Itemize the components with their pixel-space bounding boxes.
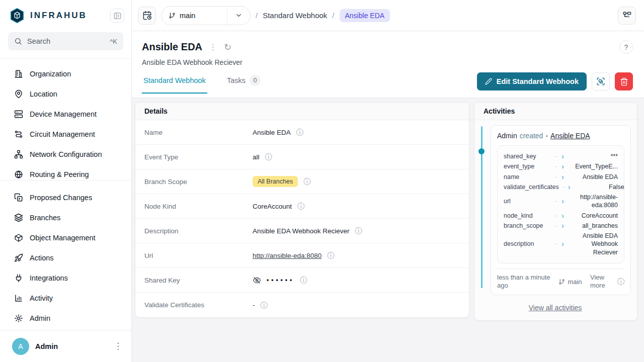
detail-row-description: Description Ansible EDA Webhook Reciever… (135, 219, 469, 243)
tasks-count-badge: 0 (250, 75, 261, 86)
branch-scope-badge: All Branches (253, 176, 298, 187)
info-icon[interactable]: ⓘ (296, 129, 303, 136)
chevron-down-icon (235, 12, 243, 19)
detail-value: Ansible EDA Webhook Reciever (253, 227, 350, 235)
breadcrumb-parent[interactable]: Standard Webhook (263, 11, 327, 20)
sidebar-item-branches[interactable]: Branches (0, 208, 131, 228)
chevron-right-icon: › (561, 222, 564, 229)
sidebar-item-label: Admin (30, 314, 50, 322)
activity-separator: - (545, 132, 548, 140)
tab-tasks[interactable]: Tasks 0 (225, 75, 262, 95)
detail-row-url: Url http://ansible-eda:8080ⓘ (135, 243, 469, 268)
detail-row-shared-key: Shared Key •••••• ⓘ (135, 268, 469, 293)
timeline-dot (478, 148, 485, 154)
activity-timestamp: less than a minute ago (497, 274, 550, 290)
sidebar-item-object-management[interactable]: Object Management (0, 228, 131, 248)
panel-collapse-icon (113, 12, 122, 20)
sidebar-item-network-configuration[interactable]: Network Configuration (0, 144, 131, 164)
sidebar-item-organization[interactable]: Organization (0, 64, 131, 84)
gear-icon (14, 314, 23, 323)
title-kebab-menu-icon[interactable]: ⋮ (209, 43, 217, 52)
detail-row-node-kind: Node Kind CoreAccountⓘ (135, 194, 469, 219)
sidebar-item-label: Routing & Peering (30, 170, 89, 178)
diff-icon (14, 193, 23, 202)
help-button[interactable]: ? (619, 40, 633, 54)
nav-primary: Organization Location Device Management … (0, 59, 131, 180)
route-icon (14, 130, 23, 139)
info-icon[interactable]: ⓘ (297, 203, 304, 210)
url-link[interactable]: http://ansible-eda:8080 (253, 252, 321, 259)
sidebar-item-activity[interactable]: Activity (0, 288, 131, 308)
breadcrumb-current-badge[interactable]: Ansible EDA (340, 9, 390, 22)
plug-icon (14, 274, 23, 283)
refresh-icon[interactable]: ↻ (224, 43, 231, 52)
detail-value: - (253, 301, 255, 309)
detail-value: Ansible EDA (253, 129, 291, 136)
activities-title: Activities (474, 103, 637, 120)
server-icon (14, 110, 23, 119)
sidebar: INFRAHUB Search ^K Organization Location… (0, 0, 132, 362)
view-all-activities-link[interactable]: View all activities (529, 304, 582, 312)
sidebar-item-circuit-management[interactable]: Circuit Management (0, 124, 131, 144)
view-more-link[interactable]: View more (590, 274, 613, 290)
chevron-right-icon: › (561, 198, 564, 205)
change-row: shared_key-›*** (504, 152, 618, 160)
detail-value: CoreAccount (253, 203, 292, 210)
page-title: Ansible EDA (142, 41, 202, 53)
brand-header: INFRAHUB (0, 0, 131, 31)
branch-selector[interactable]: main (161, 6, 251, 25)
info-icon[interactable]: ⓘ (303, 178, 310, 185)
info-icon[interactable]: ⓘ (261, 302, 268, 309)
avatar: A (12, 338, 29, 355)
content-area: Details Name Ansible EDAⓘ Event Type all… (132, 98, 644, 362)
sidebar-item-label: Actions (30, 254, 54, 262)
git-branch-icon (169, 12, 176, 19)
chevron-right-icon: › (561, 173, 564, 180)
sidebar-item-admin[interactable]: Admin (0, 308, 131, 328)
detail-row-branch-scope: Branch Scope All Branchesⓘ (135, 169, 469, 194)
sidebar-item-proposed-changes[interactable]: Proposed Changes (0, 188, 131, 208)
search-input[interactable]: Search ^K (8, 32, 123, 50)
info-icon[interactable]: ⓘ (355, 227, 362, 234)
info-icon[interactable]: ⓘ (617, 278, 624, 285)
branch-dropdown-toggle[interactable] (227, 7, 250, 25)
breadcrumb-separator: / (256, 11, 258, 20)
schema-button[interactable] (618, 7, 636, 25)
manage-groups-button[interactable] (592, 72, 610, 90)
page-subtitle: Ansible EDA Webhook Reciever (142, 58, 633, 66)
tab-standard-webhook[interactable]: Standard Webhook (142, 76, 207, 94)
detail-row-event-type: Event Type allⓘ (135, 145, 469, 169)
pencil-icon (485, 78, 492, 85)
info-icon[interactable]: ⓘ (327, 252, 334, 259)
edit-button[interactable]: Edit Standard Webhook (477, 72, 587, 90)
sidebar-item-routing-peering[interactable]: Routing & Peering (0, 164, 131, 180)
tabs: Standard Webhook Tasks 0 Edit Standard W… (142, 72, 633, 98)
delete-button[interactable] (615, 72, 633, 90)
time-travel-button[interactable] (138, 7, 156, 25)
activity-object-link[interactable]: Ansible EDA (550, 132, 590, 140)
map-pin-icon (14, 89, 23, 99)
activity-branch[interactable]: main (554, 278, 586, 286)
change-row: url-›http://ansible-eda:8080 (504, 193, 618, 210)
sidebar-item-device-management[interactable]: Device Management (0, 104, 131, 124)
user-name: Admin (35, 342, 108, 350)
sidebar-collapse-button[interactable] (110, 9, 124, 23)
sidebar-item-actions[interactable]: Actions (0, 248, 131, 268)
branch-name: main (180, 12, 195, 20)
layers-icon (14, 213, 23, 222)
globe-icon (14, 170, 23, 179)
chevron-right-icon: › (561, 153, 564, 160)
change-row: name-›Ansible EDA (504, 173, 618, 181)
sidebar-item-location[interactable]: Location (0, 84, 131, 104)
search-icon (14, 37, 22, 45)
git-branch-icon (558, 279, 565, 285)
sidebar-item-integrations[interactable]: Integrations (0, 268, 131, 288)
detail-row-validate-certificates: Validate Certificates -ⓘ (135, 293, 469, 317)
chevron-right-icon: › (561, 212, 564, 219)
user-kebab-menu-icon[interactable]: ⋮ (114, 342, 122, 350)
eye-off-icon[interactable] (253, 276, 261, 285)
details-panel: Details Name Ansible EDAⓘ Event Type all… (135, 102, 469, 318)
info-icon[interactable]: ⓘ (265, 153, 272, 160)
info-icon[interactable]: ⓘ (300, 277, 307, 284)
activity-event-title: Admin created - Ansible EDA (497, 132, 624, 140)
